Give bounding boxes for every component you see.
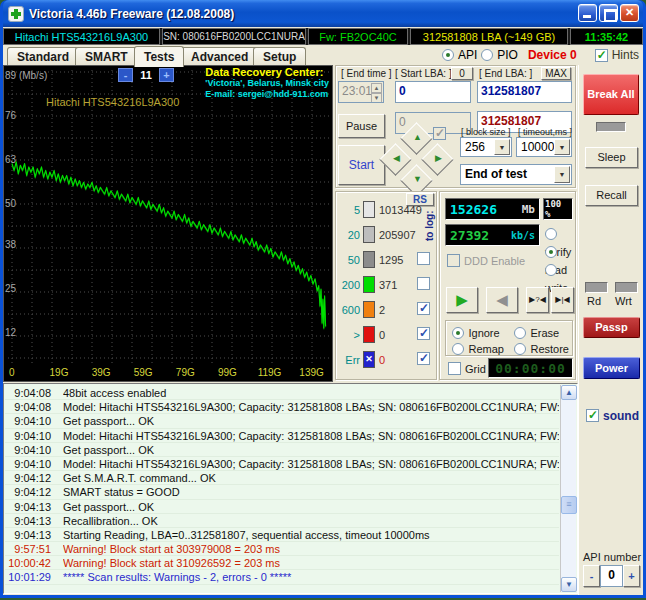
- drive-firmware: Fw: FB2OC40C: [308, 28, 408, 45]
- banner: Data Recovery Center: 'Victoria', Belaru…: [205, 67, 329, 100]
- banner-line3: E-mail: sergei@hdd-911.com: [205, 89, 329, 100]
- passp-button[interactable]: Passp: [583, 317, 640, 338]
- restore-radio[interactable]: [514, 343, 526, 355]
- remap-radio-row[interactable]: Remap: [452, 339, 504, 357]
- window-title: Victoria 4.46b Freeware (12.08.2008): [29, 7, 234, 21]
- log-message: Model: Hitachi HTS543216L9A300; Capacity…: [63, 400, 559, 413]
- log-time: 10:00:42: [5, 556, 63, 569]
- verify-radio[interactable]: [545, 228, 557, 240]
- block-size-select[interactable]: 256: [460, 137, 512, 157]
- timeout-select[interactable]: 10000: [516, 137, 572, 157]
- end-action-select[interactable]: End of test: [460, 164, 572, 185]
- read-radio[interactable]: [545, 246, 557, 258]
- write-led: [615, 282, 638, 293]
- pause-button[interactable]: Pause: [338, 114, 385, 138]
- bin-log-checkbox[interactable]: [417, 327, 430, 340]
- timer-lcd: 00:00:00: [488, 358, 573, 378]
- log-time: 10:01:29: [5, 570, 63, 583]
- start-button[interactable]: Start: [338, 145, 385, 185]
- remap-radio[interactable]: [452, 343, 464, 355]
- bin-log-checkbox[interactable]: [417, 252, 430, 265]
- log-row: 10:00:42Warning! Block start at 31092659…: [5, 556, 559, 570]
- log-row: 9:04:12SMART status = GOOD: [5, 485, 559, 499]
- recall-button[interactable]: Recall: [585, 185, 638, 206]
- tab-advanced[interactable]: Advanced: [181, 47, 258, 66]
- play-button[interactable]: ▶: [446, 287, 478, 313]
- svg-text:50: 50: [5, 198, 17, 209]
- log-message: Model: Hitachi HTS543216L9A300; Capacity…: [63, 429, 559, 442]
- title-bar[interactable]: Victoria 4.46b Freeware (12.08.2008): [3, 0, 643, 27]
- restore-radio-row[interactable]: Restore: [514, 339, 569, 357]
- scroll-up-icon[interactable]: ▲: [561, 385, 577, 400]
- close-icon[interactable]: [620, 4, 639, 22]
- api-number-field[interactable]: 0: [600, 565, 623, 587]
- maximize-icon[interactable]: [599, 4, 618, 22]
- log-row: 9:04:08Model: Hitachi HTS543216L9A300; C…: [5, 400, 559, 414]
- svg-text:89 (Mb/s): 89 (Mb/s): [5, 70, 47, 81]
- sound-checkbox[interactable]: [586, 409, 599, 422]
- readout-group: 152626 Mb 100 % 27392 kb/s DDD Enable ve…: [439, 191, 576, 380]
- power-button[interactable]: Power: [583, 357, 640, 379]
- end-time-field: 23:01 ▲▼: [338, 81, 384, 103]
- bin-log-checkbox[interactable]: [417, 302, 430, 315]
- right-button-panel: Break All Sleep Recall Rd Wrt Passp Powe…: [578, 65, 643, 595]
- svg-text:119G: 119G: [258, 367, 282, 378]
- sleep-button[interactable]: Sleep: [585, 147, 638, 168]
- speed-minus-button[interactable]: -: [118, 68, 133, 82]
- app-window: Victoria 4.46b Freeware (12.08.2008) Hit…: [0, 0, 646, 598]
- speed-plus-button[interactable]: +: [159, 68, 174, 82]
- scan-graph-panel: 89 (Mb/s)766350382512019G39G59G79G99G119…: [3, 65, 333, 382]
- seek-end-button[interactable]: ▶|◀: [551, 287, 574, 313]
- grid-checkbox[interactable]: [448, 362, 461, 375]
- end-lba-input[interactable]: 312581807: [477, 81, 572, 103]
- rewind-button[interactable]: ◀: [486, 287, 518, 313]
- scroll-down-icon[interactable]: ▼: [561, 577, 577, 592]
- scroll-thumb[interactable]: [561, 496, 577, 514]
- bin-count: 2: [379, 304, 385, 316]
- event-log: 9:04:0848bit access enabled9:04:08Model:…: [3, 383, 578, 594]
- hints-label: Hints: [612, 48, 639, 62]
- api-radio[interactable]: [442, 49, 454, 61]
- bins-group: RS to log: 51013449202059075012952003716…: [335, 191, 437, 380]
- api-plus-button[interactable]: +: [623, 565, 640, 587]
- ignore-radio[interactable]: [452, 327, 464, 339]
- bin-color-block: [363, 201, 375, 218]
- rd-label: Rd: [587, 295, 601, 307]
- svg-text:76: 76: [5, 110, 17, 121]
- api-number-label: API number: [583, 551, 641, 563]
- log-row: 9:04:13Get passport... OK: [5, 500, 559, 514]
- bin-log-checkbox[interactable]: [417, 352, 430, 365]
- pio-radio[interactable]: [481, 49, 493, 61]
- timeout-label: [ timeout,ms ]: [518, 127, 572, 137]
- tab-smart[interactable]: SMART: [75, 47, 138, 66]
- write-radio[interactable]: [545, 264, 557, 276]
- api-minus-button[interactable]: -: [583, 565, 600, 587]
- zero-lba-button[interactable]: 0: [451, 67, 473, 80]
- position-value: 152626: [450, 202, 497, 217]
- log-row: 9:04:10Model: Hitachi HTS543216L9A300; C…: [5, 429, 559, 443]
- tab-standard[interactable]: Standard: [7, 47, 79, 66]
- bin-log-checkbox[interactable]: [417, 277, 430, 290]
- bin-row->: >0: [336, 322, 436, 347]
- erase-radio[interactable]: [514, 327, 526, 339]
- bin-threshold-label: 5: [338, 204, 360, 216]
- max-lba-button[interactable]: MAX: [541, 67, 571, 80]
- minimize-icon[interactable]: [578, 4, 597, 22]
- test-control-panel: [ End time ] [ Start LBA: ] 0 [ End LBA:…: [333, 65, 578, 382]
- break-all-button[interactable]: Break All: [583, 74, 639, 115]
- bin-color-block: [363, 301, 375, 318]
- hints-checkbox[interactable]: [595, 49, 608, 62]
- svg-text:12: 12: [5, 327, 17, 338]
- log-time: 9:57:51: [5, 542, 63, 555]
- end-lba-label: [ End LBA: ]: [479, 68, 532, 79]
- tab-setup[interactable]: Setup: [253, 47, 306, 66]
- bin-row-5: 51013449: [336, 197, 436, 222]
- log-time: 9:04:13: [5, 528, 63, 541]
- time-spinner[interactable]: ▲▼: [371, 83, 382, 101]
- log-scrollbar[interactable]: ▲ ▼: [560, 385, 576, 592]
- bin-count: 371: [379, 279, 397, 291]
- drive-capacity: 312581808 LBA (~149 GB): [410, 28, 568, 45]
- start-lba-input[interactable]: 0: [395, 81, 471, 103]
- seek-question-button[interactable]: ▶?◀: [526, 287, 549, 313]
- tab-tests[interactable]: Tests: [134, 46, 184, 67]
